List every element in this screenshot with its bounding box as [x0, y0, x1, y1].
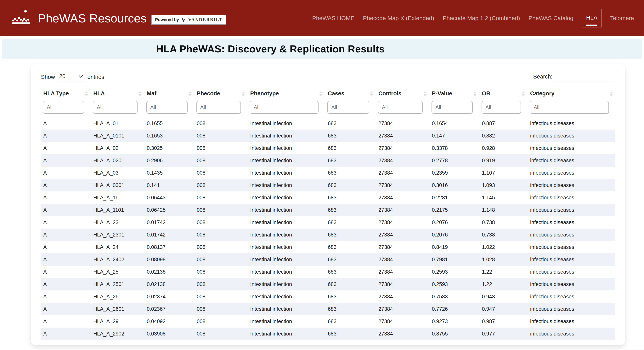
vanderbilt-v-icon: V: [181, 17, 186, 23]
cell-cases: 683: [325, 315, 376, 327]
cell-controls: 27384: [376, 179, 429, 192]
page-length-select[interactable]: 20: [58, 73, 84, 81]
column-header-controls[interactable]: Controls: [376, 87, 429, 100]
cell-phecode: 008: [194, 142, 248, 154]
cell-cases: 683: [325, 327, 376, 340]
column-header-p-value[interactable]: P-Value: [429, 87, 479, 100]
cell-p-value: 0.2175: [429, 204, 479, 216]
cell-hla: HLA_A_2902: [90, 327, 144, 340]
cell-hla-type: A: [40, 154, 90, 167]
results-table: HLA TypeHLAMafPhecodePhenotypeCasesContr…: [40, 87, 616, 340]
bottom-divider: [37, 349, 644, 350]
column-header-label: Category: [530, 90, 554, 96]
nav-item-phecode-map-x-extended[interactable]: Phecode Map X (Extended): [363, 10, 434, 27]
cell-maf: 0.01742: [144, 229, 194, 241]
nav-item-phewas-catalog[interactable]: PheWAS Catalog: [528, 10, 573, 27]
column-header-hla[interactable]: HLA: [90, 87, 144, 100]
column-header-phecode[interactable]: Phecode: [194, 87, 248, 100]
table-row: AHLA_A_25010.02138008Intestinal infectio…: [40, 278, 616, 290]
page-title: HLA PheWAS: Discovery & Replication Resu…: [2, 43, 539, 55]
nav-item-phecode-map-1-2-combined[interactable]: Phecode Map 1.2 (Combined): [443, 10, 520, 27]
column-header-label: Phecode: [197, 90, 220, 96]
vanderbilt-badge[interactable]: Powered by V VANDERBILT: [151, 15, 226, 25]
cell-or: 1.22: [479, 278, 528, 290]
table-row: AHLA_A_230.01742008Intestinal infection6…: [40, 216, 616, 229]
page-length-value: 20: [59, 73, 66, 79]
cell-phenotype: Intestinal infection: [248, 278, 325, 290]
cell-p-value: 0.8419: [429, 241, 479, 253]
cell-category: infectious diseases: [528, 179, 616, 192]
cell-category: infectious diseases: [528, 327, 616, 340]
cell-p-value: 0.2593: [429, 266, 479, 278]
nav-item-hla[interactable]: HLA: [582, 9, 602, 28]
cell-hla-type: A: [40, 253, 90, 266]
cell-hla: HLA_A_01: [90, 117, 144, 129]
cell-category: infectious diseases: [528, 117, 616, 129]
cell-hla-type: A: [40, 167, 90, 179]
cell-cases: 683: [325, 241, 376, 253]
page-length-control: Show 20 entries: [41, 73, 104, 81]
column-header-hla-type[interactable]: HLA Type: [40, 87, 90, 100]
cell-hla-type: A: [40, 290, 90, 303]
column-header-or[interactable]: OR: [479, 87, 528, 100]
search-input[interactable]: [556, 74, 615, 81]
column-header-cases[interactable]: Cases: [325, 87, 376, 100]
cell-phenotype: Intestinal infection: [248, 315, 325, 327]
table-filter-row: [40, 100, 616, 117]
column-header-phenotype[interactable]: Phenotype: [248, 87, 325, 100]
cell-cases: 683: [325, 303, 376, 315]
cell-controls: 27384: [376, 290, 429, 303]
cell-phecode: 008: [194, 315, 248, 327]
filter-input-phecode[interactable]: [196, 101, 241, 114]
entries-label: entries: [88, 74, 104, 80]
chevron-down-icon: [78, 75, 83, 78]
sort-icon: [319, 91, 322, 96]
cell-hla-type: A: [40, 266, 90, 278]
search-control: Search:: [533, 74, 615, 81]
cell-phenotype: Intestinal infection: [248, 327, 325, 340]
cell-maf: 0.1435: [144, 167, 194, 179]
cell-controls: 27384: [376, 142, 429, 154]
filter-input-hla-type[interactable]: [43, 101, 84, 114]
cell-phecode: 008: [194, 278, 248, 290]
cell-controls: 27384: [376, 117, 429, 129]
cell-p-value: 0.3378: [429, 142, 479, 154]
filter-input-controls[interactable]: [378, 101, 423, 114]
filter-input-category[interactable]: [530, 101, 609, 114]
cell-hla: HLA_A_26: [90, 290, 144, 303]
cell-maf: 0.02374: [144, 290, 194, 303]
sort-icon: [242, 91, 245, 96]
cell-cases: 683: [325, 278, 376, 290]
table-row: AHLA_A_23010.01742008Intestinal infectio…: [40, 229, 616, 241]
filter-input-or[interactable]: [482, 101, 521, 114]
cell-phecode: 008: [194, 327, 248, 340]
cell-maf: 0.08137: [144, 241, 194, 253]
cell-maf: 0.1655: [144, 117, 194, 129]
filter-input-cases[interactable]: [328, 101, 369, 114]
cell-p-value: 0.2359: [429, 167, 479, 179]
cell-cases: 683: [325, 167, 376, 179]
table-row: AHLA_A_030.1435008Intestinal infection68…: [40, 167, 616, 179]
column-header-maf[interactable]: Maf: [144, 87, 194, 100]
table-row: AHLA_A_260.02374008Intestinal infection6…: [40, 290, 616, 303]
column-header-label: Cases: [328, 90, 344, 96]
cell-phecode: 008: [194, 179, 248, 192]
nav-item-phewas-home[interactable]: PheWAS HOME: [312, 10, 354, 27]
sort-icon: [424, 91, 426, 96]
cell-category: infectious diseases: [528, 216, 616, 229]
filter-input-maf[interactable]: [146, 101, 188, 114]
cell-or: 0.919: [479, 154, 528, 167]
filter-input-hla[interactable]: [93, 101, 138, 114]
cell-controls: 27384: [376, 229, 429, 241]
cell-phecode: 008: [194, 117, 248, 129]
cell-or: 1.028: [479, 253, 528, 266]
cell-or: 1.145: [479, 192, 528, 204]
cell-or: 1.22: [479, 266, 528, 278]
cell-p-value: 0.2076: [429, 229, 479, 241]
cell-hla: HLA_A_2501: [90, 278, 144, 290]
cell-phenotype: Intestinal infection: [248, 192, 325, 204]
column-header-category[interactable]: Category: [528, 87, 616, 100]
filter-input-p-value[interactable]: [432, 101, 473, 114]
filter-input-phenotype[interactable]: [250, 101, 318, 114]
nav-item-telomere[interactable]: Telomere: [610, 10, 634, 27]
